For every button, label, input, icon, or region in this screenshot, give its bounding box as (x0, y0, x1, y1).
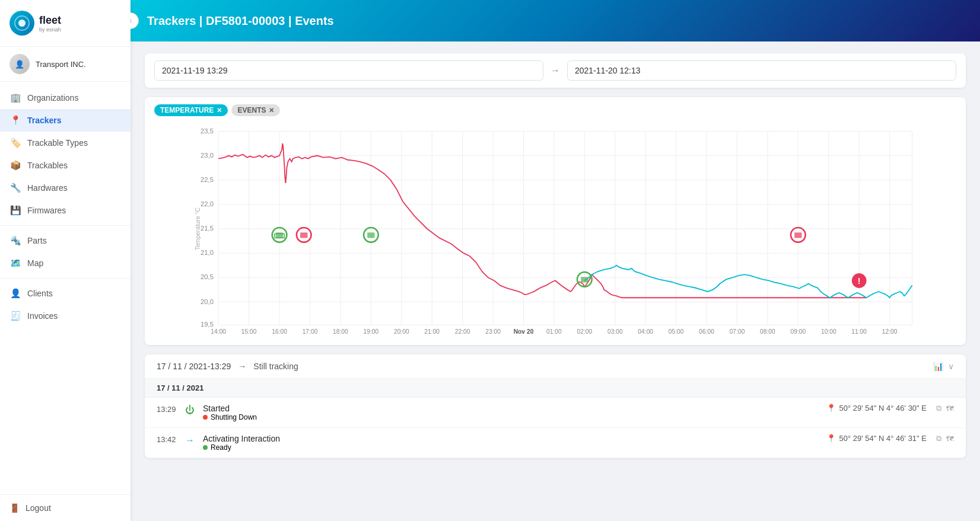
svg-text:18:00: 18:00 (333, 328, 348, 335)
event-row: 13:42 → Activating Interaction Ready 📍 5… (145, 428, 966, 458)
event-time: 13:29 (157, 404, 185, 414)
chart-icon[interactable]: 📊 (933, 362, 943, 371)
location-coords: 50° 29' 54" N 4° 46' 31" E (839, 434, 927, 443)
event-actions[interactable]: ⧉ 🗺 (936, 434, 954, 443)
sidebar-item-label: Map (27, 258, 43, 268)
location-pin-icon: 📍 (826, 404, 836, 413)
end-date-input[interactable] (567, 60, 956, 81)
trackers-icon: 📍 (9, 115, 21, 126)
event-name: Started (203, 404, 826, 413)
sidebar-item-label: Clients (27, 289, 53, 298)
session-status: Still tracking (253, 362, 298, 371)
svg-rect-74 (367, 232, 374, 238)
expand-icon[interactable]: ∨ (948, 362, 954, 371)
temperature-tag-close[interactable]: ✕ (217, 107, 222, 114)
temperature-tag[interactable]: TEMPERATURE ✕ (154, 104, 228, 116)
events-tag-close[interactable]: ✕ (269, 107, 274, 114)
start-date-input[interactable] (154, 60, 543, 81)
svg-text:23:00: 23:00 (485, 328, 501, 335)
sidebar-item-label: Trackers (27, 116, 62, 125)
sidebar-item-hardwares[interactable]: 🔧 Hardwares (0, 177, 131, 199)
logout-icon: 🚪 (9, 503, 20, 513)
event-sub-text: Shutting Down (211, 413, 257, 421)
map-icon[interactable]: 🗺 (946, 434, 954, 443)
svg-text:20:00: 20:00 (394, 328, 409, 335)
chart-container: TEMPERATURE ✕ EVENTS ✕ 23,5 23,0 22,5 22… (145, 97, 966, 345)
svg-text:22,0: 22,0 (201, 200, 214, 207)
nav-divider-2 (0, 278, 131, 279)
logout-label: Logout (26, 503, 51, 513)
user-name: Transport INC. (36, 60, 86, 69)
sidebar: fleet by esnah 👤 Transport INC. 🏢 Organi… (0, 0, 131, 521)
svg-text:22,5: 22,5 (201, 176, 214, 183)
temperature-tag-label: TEMPERATURE (160, 106, 214, 114)
session-date: 17 / 11 / 2021-13:29 (157, 362, 231, 371)
trackable-types-icon: 🏷️ (9, 138, 21, 148)
session-arrow: → (238, 362, 246, 371)
events-list: 17 / 11 / 2021-13:29 → Still tracking 📊 … (145, 354, 966, 458)
svg-text:!: ! (858, 276, 861, 286)
power-icon: ⏻ (185, 405, 195, 415)
location-pin-icon: 📍 (826, 434, 836, 443)
organizations-icon: 🏢 (9, 92, 21, 103)
sidebar-collapse-button[interactable]: ‹ (131, 12, 139, 29)
sidebar-item-firmwares[interactable]: 💾 Firmwares (0, 199, 131, 222)
svg-text:06:00: 06:00 (699, 328, 714, 335)
sidebar-item-parts[interactable]: 🔩 Parts (0, 229, 131, 252)
main-area: ‹ Trackers | DF5801-00003 | Events → TEM… (131, 0, 980, 521)
event-date-group: 17 / 11 / 2021 (145, 379, 966, 398)
event-time: 13:42 (157, 434, 185, 444)
sidebar-item-map[interactable]: 🗺️ Map (0, 252, 131, 274)
svg-text:20,5: 20,5 (201, 273, 214, 280)
svg-text:12:00: 12:00 (882, 328, 898, 335)
event-body: Activating Interaction Ready (203, 434, 826, 452)
sidebar-item-label: Trackables (27, 161, 68, 170)
interaction-icon: → (185, 435, 195, 446)
logout-button[interactable]: 🚪 Logout (0, 494, 131, 521)
event-row: 13:29 ⏻ Started Shutting Down 📍 50° 29' … (145, 398, 966, 428)
sidebar-item-clients[interactable]: 👤 Clients (0, 282, 131, 305)
svg-text:Nov 20: Nov 20 (514, 328, 534, 335)
chart-svg: 23,5 23,0 22,5 22,0 21,5 21,0 20,5 20,0 … (154, 122, 956, 335)
date-range-bar: → (145, 53, 966, 88)
svg-text:09:00: 09:00 (791, 328, 806, 335)
date-group-label: 17 / 11 / 2021 (157, 383, 204, 392)
svg-text:21:00: 21:00 (424, 328, 440, 335)
event-body: Started Shutting Down (203, 404, 826, 421)
status-dot (203, 415, 208, 420)
svg-text:23,0: 23,0 (201, 152, 214, 159)
events-tag-label: EVENTS (237, 106, 266, 114)
sidebar-item-organizations[interactable]: 🏢 Organizations (0, 87, 131, 109)
map-icon[interactable]: 🗺 (946, 404, 954, 413)
event-icon-col: ⏻ (185, 404, 203, 415)
events-tag[interactable]: EVENTS ✕ (231, 104, 280, 116)
svg-text:19,5: 19,5 (201, 321, 214, 328)
sidebar-item-trackables[interactable]: 📦 Trackables (0, 154, 131, 177)
sidebar-item-label: Firmwares (27, 206, 66, 215)
svg-text:21,0: 21,0 (201, 249, 214, 256)
invoices-icon: 🧾 (9, 311, 21, 321)
svg-text:14:00: 14:00 (211, 328, 226, 335)
event-location: 📍 50° 29' 54" N 4° 46' 31" E (826, 434, 927, 443)
sidebar-item-trackers[interactable]: 📍 Trackers (0, 109, 131, 132)
user-section: 👤 Transport INC. (0, 47, 131, 82)
sidebar-item-invoices[interactable]: 🧾 Invoices (0, 305, 131, 327)
svg-rect-78 (794, 232, 801, 238)
svg-text:01:00: 01:00 (546, 328, 562, 335)
copy-icon[interactable]: ⧉ (936, 404, 941, 413)
chart-wrapper: 23,5 23,0 22,5 22,0 21,5 21,0 20,5 20,0 … (154, 122, 956, 335)
parts-icon: 🔩 (9, 235, 21, 246)
event-actions[interactable]: ⧉ 🗺 (936, 404, 954, 413)
svg-text:03:00: 03:00 (607, 328, 623, 335)
svg-text:02:00: 02:00 (577, 328, 593, 335)
logo-sub: by esnah (39, 27, 61, 33)
session-actions[interactable]: 📊 ∨ (933, 362, 954, 371)
event-icon-col: → (185, 434, 203, 446)
sidebar-item-trackable-types[interactable]: 🏷️ Trackable Types (0, 132, 131, 154)
content-area: → TEMPERATURE ✕ EVENTS ✕ 23,5 23,0 (131, 41, 980, 521)
copy-icon[interactable]: ⧉ (936, 434, 941, 443)
nav-divider (0, 225, 131, 226)
svg-rect-72 (300, 232, 307, 238)
status-dot (203, 445, 208, 450)
svg-point-1 (18, 20, 26, 27)
